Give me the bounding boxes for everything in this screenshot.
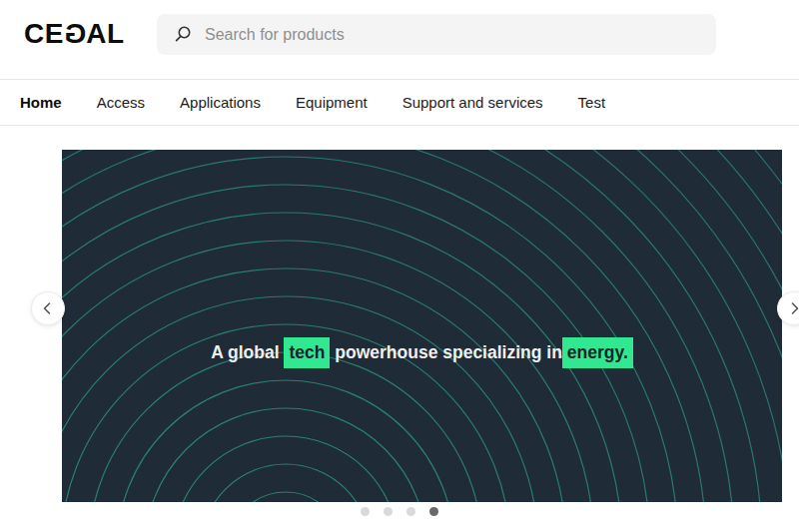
ripple-circle: [145, 408, 426, 502]
chevron-left-icon: [38, 298, 58, 318]
nav-item-access[interactable]: Access: [97, 94, 145, 111]
hero-text-segment: powerhouse specializing in: [330, 342, 561, 363]
logo-mirrored-g: G: [64, 18, 86, 50]
search-icon: [173, 25, 193, 45]
ripple-circle: [62, 150, 706, 502]
header: CEGAL: [0, 0, 799, 80]
carousel-prev-button[interactable]: [31, 291, 65, 325]
nav-item-equipment[interactable]: Equipment: [296, 94, 368, 111]
hero-headline: A global tech powerhouse specializing in…: [62, 337, 782, 368]
hero-carousel: A global tech powerhouse specializing in…: [0, 150, 799, 516]
ripple-circle: [89, 352, 482, 502]
carousel-dot-3[interactable]: [406, 507, 415, 516]
hero-highlight: energy.: [562, 337, 633, 368]
carousel-dots: [0, 507, 799, 516]
nav-item-home[interactable]: Home: [20, 94, 62, 111]
main-nav: HomeAccessApplicationsEquipmentSupport a…: [0, 80, 799, 126]
nav-item-support-and-services[interactable]: Support and services: [402, 94, 543, 111]
hero-highlight: tech: [284, 337, 330, 368]
ripple-pattern: [62, 150, 782, 502]
carousel-dot-1[interactable]: [361, 507, 370, 516]
hero-banner-slide: A global tech powerhouse specializing in…: [62, 150, 782, 502]
ripple-circle: [117, 380, 454, 502]
carousel-dot-2[interactable]: [384, 507, 393, 516]
nav-item-test[interactable]: Test: [578, 94, 606, 111]
nav-item-applications[interactable]: Applications: [180, 94, 261, 111]
ripple-circle: [229, 492, 343, 502]
logo-text: AL: [86, 18, 124, 49]
carousel-dot-4-active[interactable]: [429, 507, 438, 516]
search-bar: [157, 14, 716, 55]
logo[interactable]: CEGAL: [24, 18, 125, 50]
ripple-circle: [62, 241, 594, 502]
logo-text: CE: [24, 18, 64, 49]
hero-text-segment: A global: [211, 342, 284, 363]
chevron-right-icon: [784, 298, 799, 318]
search-input[interactable]: [203, 25, 702, 45]
ripple-circle: [201, 464, 371, 502]
